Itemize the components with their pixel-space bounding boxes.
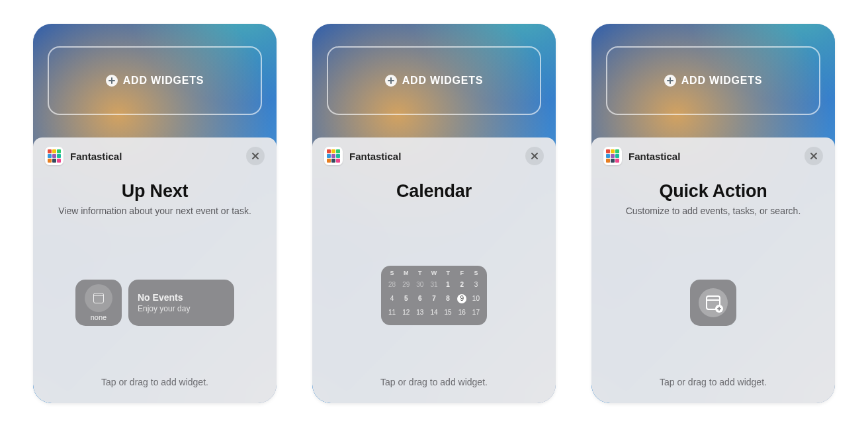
calendar-day-cell: 29 [400, 280, 412, 292]
close-button[interactable] [246, 147, 265, 165]
lock-screen-widget-zone: ADD WIDGETS [312, 24, 556, 137]
plus-circle-icon [664, 75, 676, 87]
no-events-label: No Events [138, 292, 225, 303]
widget-config-panel-quick-action: ADD WIDGETS Fantastical Quick Action Cus… [591, 24, 835, 403]
picker-hint: Tap or drag to add widget. [603, 377, 823, 391]
up-next-small-label: none [91, 313, 107, 321]
add-widgets-label: ADD WIDGETS [681, 75, 763, 87]
sheet-header: Fantastical [324, 147, 544, 165]
app-name-label: Fantastical [349, 151, 401, 162]
widget-picker-sheet: Fantastical Up Next View information abo… [33, 137, 277, 403]
widget-title: Quick Action [603, 181, 823, 202]
add-widgets-slot[interactable]: ADD WIDGETS [327, 46, 541, 115]
sheet-header: Fantastical [45, 147, 265, 165]
calendar-day-cell: 14 [428, 308, 439, 320]
calendar-plus-icon [706, 295, 720, 310]
widget-title: Up Next [45, 181, 265, 202]
widget-config-panel-calendar: ADD WIDGETS Fantastical Calendar SMTWTFS… [312, 24, 556, 403]
calendar-day-cell: 2 [456, 280, 468, 292]
add-widgets-label: ADD WIDGETS [402, 75, 484, 87]
close-icon [251, 152, 259, 160]
add-widgets-label: ADD WIDGETS [123, 75, 204, 87]
up-next-small-widget[interactable]: none [75, 280, 122, 326]
calendar-day-cell: 16 [456, 308, 468, 320]
widget-config-panel-up-next: ADD WIDGETS Fantastical Up Next View inf… [33, 24, 277, 403]
sheet-header: Fantastical [603, 147, 823, 165]
quick-action-circle [699, 288, 728, 317]
calendar-day-header: S [386, 270, 398, 279]
calendar-day-cell: 13 [414, 308, 425, 320]
calendar-day-cell: 6 [414, 294, 425, 306]
calendar-day-cell: 28 [386, 280, 398, 292]
close-button[interactable] [525, 147, 544, 165]
fantastical-app-icon [45, 147, 64, 165]
add-widgets-slot[interactable]: ADD WIDGETS [48, 46, 262, 115]
calendar-icon [93, 293, 104, 303]
widget-preview-area: none No Events Enjoy your day [45, 216, 265, 377]
calendar-day-cell: 8 [443, 294, 454, 306]
lock-screen-widget-zone: ADD WIDGETS [33, 24, 277, 137]
calendar-day-cell: 7 [428, 294, 439, 306]
calendar-day-header: W [428, 270, 439, 279]
calendar-day-cell: 3 [470, 280, 482, 292]
app-name-label: Fantastical [629, 151, 680, 162]
calendar-day-header: S [470, 270, 482, 279]
widget-subtitle: View information about your next event o… [45, 206, 265, 216]
calendar-day-header: T [414, 270, 425, 279]
fantastical-app-icon [324, 147, 343, 165]
widget-picker-sheet: Fantastical Calendar SMTWTFS282930311234… [312, 137, 556, 403]
calendar-day-header: T [443, 270, 454, 279]
calendar-day-header: F [456, 270, 468, 279]
widget-title-block: Up Next View information about your next… [45, 181, 265, 216]
calendar-day-cell: 11 [386, 308, 398, 320]
calendar-day-cell: 1 [443, 280, 454, 292]
widget-subtitle: Customize to add events, tasks, or searc… [603, 206, 823, 216]
close-button[interactable] [804, 147, 823, 165]
widget-title-block: Quick Action Customize to add events, ta… [603, 181, 823, 216]
widget-preview-area [603, 216, 823, 377]
fantastical-app-icon [603, 147, 622, 165]
plus-circle-icon [106, 75, 118, 87]
close-icon [810, 152, 818, 160]
close-icon [531, 152, 539, 160]
widget-title-block: Calendar [324, 181, 544, 202]
lock-screen-widget-zone: ADD WIDGETS [591, 24, 835, 137]
enjoy-day-label: Enjoy your day [138, 304, 225, 313]
calendar-day-cell: 4 [386, 294, 398, 306]
calendar-day-cell: 15 [443, 308, 454, 320]
add-widgets-slot[interactable]: ADD WIDGETS [606, 46, 820, 115]
picker-hint: Tap or drag to add widget. [45, 377, 265, 391]
app-name-label: Fantastical [70, 151, 122, 162]
picker-hint: Tap or drag to add widget. [324, 377, 544, 391]
calendar-day-header: M [400, 270, 412, 279]
plus-circle-icon [385, 75, 397, 87]
calendar-day-cell: 5 [400, 294, 412, 306]
widget-picker-sheet: Fantastical Quick Action Customize to ad… [591, 137, 835, 403]
widget-title: Calendar [324, 181, 544, 202]
up-next-medium-widget[interactable]: No Events Enjoy your day [128, 280, 234, 326]
calendar-widget[interactable]: SMTWTFS282930311234567891011121314151617 [381, 266, 487, 325]
widget-preview-area: SMTWTFS282930311234567891011121314151617 [324, 202, 544, 377]
quick-action-widget[interactable] [690, 280, 736, 326]
calendar-day-cell: 17 [470, 308, 482, 320]
calendar-day-cell: 9 [456, 294, 468, 306]
calendar-day-cell: 10 [470, 294, 482, 306]
calendar-day-cell: 31 [428, 280, 439, 292]
calendar-day-cell: 30 [414, 280, 425, 292]
calendar-day-cell: 12 [400, 308, 412, 320]
